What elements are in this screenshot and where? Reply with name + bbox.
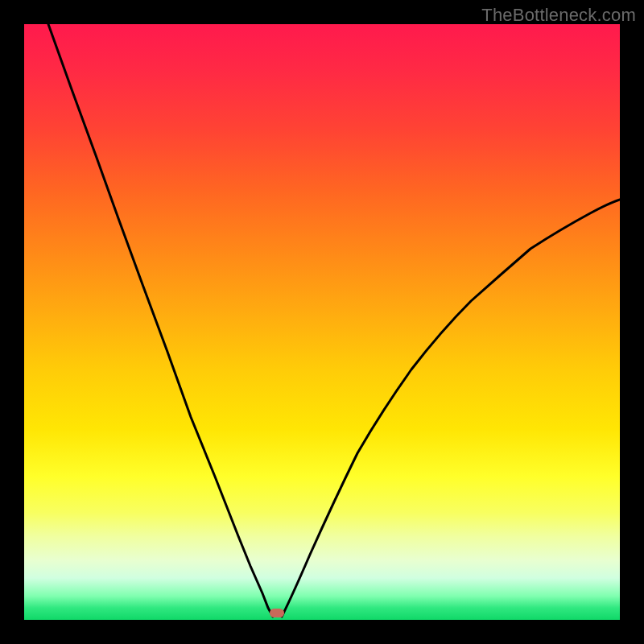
curve-right-branch: [282, 200, 620, 617]
bottleneck-curve: [24, 24, 620, 620]
watermark-text: TheBottleneck.com: [481, 5, 636, 26]
curve-left-branch: [48, 24, 273, 617]
plot-area: [24, 24, 620, 620]
optimum-marker: [270, 609, 284, 617]
chart-frame: TheBottleneck.com: [0, 0, 644, 644]
